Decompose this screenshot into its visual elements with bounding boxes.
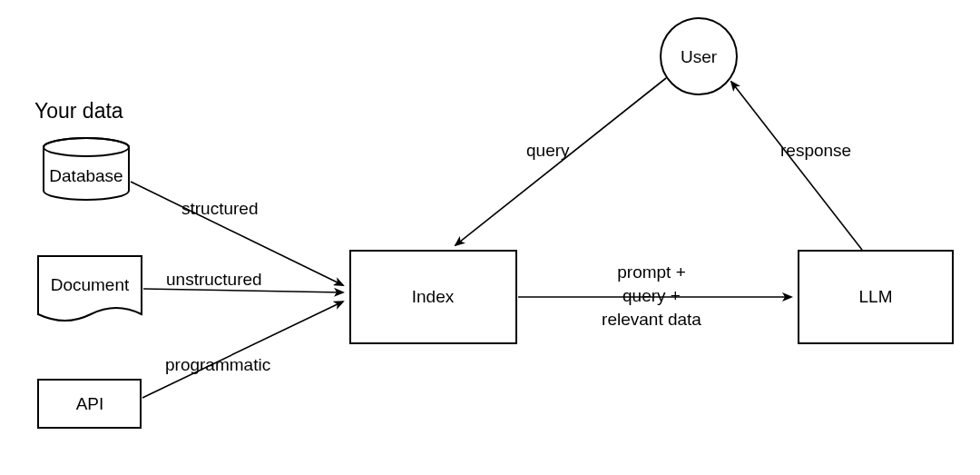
database-label: Database [49, 166, 122, 185]
index-label: Index [412, 287, 455, 306]
diagram-canvas: Your data Database Document API Index Us… [0, 0, 980, 475]
database-node: Database [44, 138, 129, 200]
edge-programmatic-label: programmatic [165, 355, 270, 374]
user-node: User [661, 18, 737, 94]
llm-node: LLM [799, 251, 953, 343]
edge-query-label: query [526, 141, 570, 160]
arrow-user-to-index [456, 78, 666, 245]
index-node: Index [350, 251, 516, 343]
edge-prompt-label-1: prompt + [617, 262, 686, 282]
section-title: Your data [34, 99, 123, 123]
user-label: User [681, 47, 718, 66]
edge-structured-label: structured [181, 199, 258, 218]
llm-label: LLM [859, 287, 893, 306]
edge-response-label: response [780, 141, 851, 160]
edge-unstructured-label: unstructured [166, 270, 262, 289]
arrow-llm-to-user [731, 82, 862, 250]
api-node: API [38, 380, 141, 428]
document-label: Document [51, 275, 130, 294]
api-label: API [76, 394, 104, 413]
edge-prompt-label-2: query + [622, 286, 681, 305]
edge-prompt-label-3: relevant data [602, 310, 701, 329]
document-node: Document [38, 256, 142, 321]
arrow-document-to-index [143, 289, 343, 292]
arrow-api-to-index [142, 302, 343, 398]
